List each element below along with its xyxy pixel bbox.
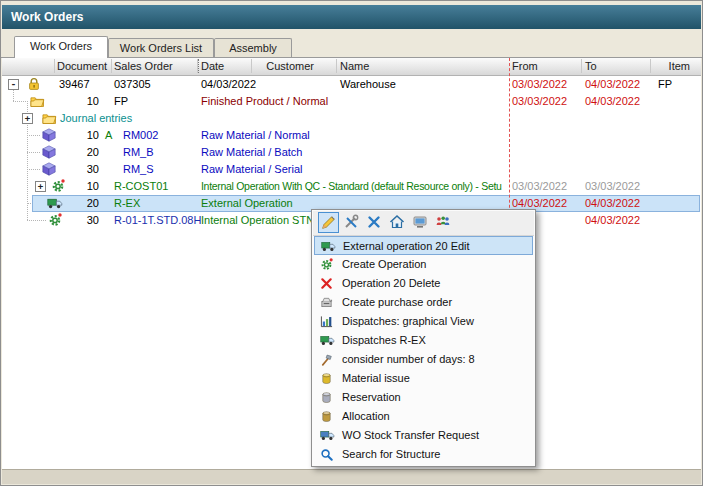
menu-item-label: Operation 20 Delete <box>342 274 440 293</box>
col-header-name[interactable]: Name <box>340 58 369 75</box>
context-menu-toolbar <box>313 211 534 236</box>
row-journal-entries[interactable]: Journal entries <box>2 110 701 127</box>
row-raw-material-normal[interactable]: 10 A RM002 Raw Material / Normal <box>2 127 701 144</box>
cell-flag: A <box>105 127 112 144</box>
column-drag-mark <box>198 59 199 73</box>
menu-item-label: Create purchase order <box>342 293 452 312</box>
cell-from: 03/03/2022 <box>512 93 567 110</box>
cell-document: 20 <box>57 195 99 212</box>
menu-item-wo-stock-transfer-request[interactable]: WO Stock Transfer Request <box>314 426 533 445</box>
col-header-item[interactable]: Item <box>652 58 690 75</box>
menu-item-label: Create Operation <box>342 255 426 274</box>
tab-label: Work Orders List <box>120 42 202 54</box>
home-button[interactable] <box>387 212 408 233</box>
edit-pencil-button[interactable] <box>318 212 339 233</box>
col-header-sales-order[interactable]: Sales Order <box>114 58 173 75</box>
cell-sales-order: R-COST01 <box>114 178 168 195</box>
menu-item-external-operation-edit[interactable]: External operation 20 Edit <box>314 236 533 255</box>
bar-chart-icon <box>320 315 333 328</box>
cell-name: Internal Operation With QC - Standard (d… <box>201 178 510 195</box>
col-header-customer[interactable]: Customer <box>254 58 314 75</box>
cell-to: 04/03/2022 <box>585 212 640 229</box>
work-orders-grid: 39467 037305 04/03/2022 Warehouse 03/03/… <box>2 76 701 229</box>
window-title: Work Orders <box>11 10 83 24</box>
dispatch-monitor-button[interactable] <box>410 212 431 233</box>
column-separator <box>336 59 337 73</box>
cell-document: 30 <box>57 161 99 178</box>
row-raw-material-serial[interactable]: 30 RM_S Raw Material / Serial <box>2 161 701 178</box>
tab-label: Assembly <box>229 42 277 54</box>
col-header-document[interactable]: Document <box>57 58 107 75</box>
cell-name: Warehouse <box>340 76 396 93</box>
cell-name: Finished Product / Normal <box>201 93 510 110</box>
menu-item-consider-number-of-days[interactable]: consider number of days: 8 <box>314 350 533 369</box>
hammer-icon <box>320 353 333 366</box>
purchase-register-icon <box>320 296 333 309</box>
column-separator <box>54 59 55 73</box>
tools-button[interactable] <box>341 212 362 233</box>
menu-item-allocation[interactable]: Allocation <box>314 407 533 426</box>
cell-name: Raw Material / Batch <box>201 144 510 161</box>
row-work-order-root[interactable]: 39467 037305 04/03/2022 Warehouse 03/03/… <box>2 76 701 93</box>
column-separator <box>251 59 252 73</box>
journal-entries-label: Journal entries <box>60 110 132 127</box>
expand-expander[interactable] <box>35 181 46 192</box>
close-x-button[interactable] <box>364 212 385 233</box>
menu-item-label: consider number of days: 8 <box>342 350 475 369</box>
menu-item-create-operation[interactable]: Create Operation <box>314 255 533 274</box>
expand-expander[interactable] <box>22 113 33 124</box>
menu-item-delete-operation[interactable]: Operation 20 Delete <box>314 274 533 293</box>
work-orders-window: Work Orders Work Orders Work Orders List… <box>0 0 703 486</box>
col-header-from[interactable]: From <box>512 58 538 75</box>
menu-item-label: Material issue <box>342 369 410 388</box>
menu-item-material-issue[interactable]: Material issue <box>314 369 533 388</box>
menu-item-dispatches-graphical-view[interactable]: Dispatches: graphical View <box>314 312 533 331</box>
delete-x-icon <box>320 277 333 290</box>
cell-name: Raw Material / Serial <box>201 161 510 178</box>
context-menu: External operation 20 Edit Create Operat… <box>311 209 536 467</box>
cell-to: 04/03/2022 <box>585 76 640 93</box>
truck-icon <box>320 334 335 346</box>
menu-item-label: External operation 20 Edit <box>343 237 470 256</box>
menu-item-search-for-structure[interactable]: Search for Structure <box>314 445 533 464</box>
cell-to: 04/03/2022 <box>585 93 640 110</box>
cell-sales-order: R-EX <box>114 195 140 212</box>
window-footer <box>2 469 701 484</box>
cell-document: 39467 <box>59 76 90 93</box>
cell-to: 04/03/2022 <box>585 195 640 212</box>
resources-button[interactable] <box>433 212 454 233</box>
cell-sales-order: RM_B <box>123 144 154 161</box>
folder-icon <box>42 112 57 125</box>
col-header-date[interactable]: Date <box>201 58 224 75</box>
col-header-to[interactable]: To <box>585 58 597 75</box>
search-icon <box>320 448 333 461</box>
menu-item-reservation[interactable]: Reservation <box>314 388 533 407</box>
cell-sales-order: 037305 <box>114 76 151 93</box>
collapse-expander[interactable] <box>8 79 19 90</box>
row-finished-product[interactable]: 10 FP Finished Product / Normal 03/03/20… <box>2 93 701 110</box>
tab-work-orders[interactable]: Work Orders <box>14 36 108 58</box>
folder-icon <box>30 95 45 108</box>
tab-work-orders-list[interactable]: Work Orders List <box>108 38 214 57</box>
menu-item-dispatches-rex[interactable]: Dispatches R-EX <box>314 331 533 350</box>
database-icon <box>320 372 333 385</box>
cell-document: 20 <box>57 144 99 161</box>
menu-item-label: Allocation <box>342 407 390 426</box>
cell-sales-order: RM002 <box>123 127 158 144</box>
menu-item-create-purchase-order[interactable]: Create purchase order <box>314 293 533 312</box>
menu-item-label: WO Stock Transfer Request <box>342 426 479 445</box>
cell-document: 10 <box>57 93 99 110</box>
grid-header: Document Sales Order Date Customer Name … <box>2 58 701 76</box>
cell-to: 03/03/2022 <box>585 178 640 195</box>
context-menu-list: External operation 20 Edit Create Operat… <box>313 236 534 465</box>
menu-item-label: Dispatches R-EX <box>342 331 426 350</box>
cell-document: 30 <box>57 212 99 229</box>
row-internal-operation-qc[interactable]: 10 R-COST01 Internal Operation With QC -… <box>2 178 701 195</box>
cube-icon <box>42 128 56 142</box>
column-separator <box>111 59 112 73</box>
cell-document: 10 <box>57 127 99 144</box>
row-raw-material-batch[interactable]: 20 RM_B Raw Material / Batch <box>2 144 701 161</box>
tab-assembly[interactable]: Assembly <box>214 38 292 57</box>
lock-icon <box>27 77 41 91</box>
menu-item-label: Search for Structure <box>342 445 440 464</box>
